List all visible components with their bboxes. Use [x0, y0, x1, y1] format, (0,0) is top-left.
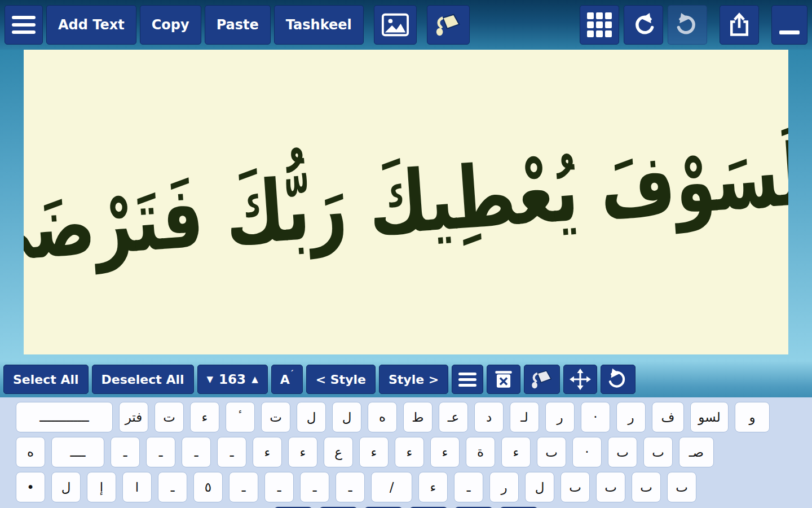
keyboard-key[interactable]: ــــ	[51, 437, 104, 467]
select-all-button[interactable]: Select All	[3, 365, 89, 394]
keyboard-key[interactable]: عـ	[439, 402, 468, 432]
keyboard-key[interactable]: صـ	[679, 437, 714, 467]
keyboard-key[interactable]: فتر	[119, 402, 148, 432]
keyboard-key[interactable]: د	[474, 402, 504, 432]
keyboard-key[interactable]: ل	[332, 402, 361, 432]
keyboard-key[interactable]: ٮ	[608, 437, 637, 467]
text-fill-button[interactable]	[524, 365, 560, 394]
share-button[interactable]	[720, 5, 759, 45]
paste-button[interactable]: Paste	[205, 5, 271, 45]
font-letter: A	[280, 373, 290, 387]
keyboard-key[interactable]: ـ	[182, 437, 211, 467]
keyboard-key[interactable]: ء	[359, 437, 389, 467]
keyboard-key[interactable]: ·	[572, 437, 602, 467]
style-prev-button[interactable]: < Style	[306, 365, 376, 394]
calligraphy-text[interactable]: وَلَسَوْفَ يُعْطِيكَ رَبُّكَ فَتَرْضَىٰ	[24, 108, 788, 297]
tashkeel-button[interactable]: Tashkeel	[274, 5, 364, 45]
keyboard-key[interactable]: ٮ	[632, 472, 661, 502]
keyboard-key[interactable]: لـ	[510, 402, 539, 432]
keyboard-key[interactable]: إ	[87, 472, 116, 502]
background-fill-button[interactable]	[427, 5, 470, 45]
keyboard-key[interactable]: ء	[501, 437, 531, 467]
keyboard-key[interactable]: ٮ	[667, 472, 696, 502]
paint-pour-icon	[434, 12, 462, 37]
keyboard-key[interactable]: ط	[403, 402, 433, 432]
font-size-value: 163	[219, 372, 246, 387]
keyboard-key[interactable]: ٥	[193, 472, 223, 502]
keyboard-key[interactable]: ر	[545, 402, 575, 432]
keyboard-key[interactable]: ء	[418, 472, 448, 502]
keyboard-key[interactable]: ف	[652, 402, 684, 432]
keyboard-key[interactable]: ـ	[111, 437, 140, 467]
keyboard-key[interactable]: ـ	[336, 472, 365, 502]
keyboard-key[interactable]: و	[735, 402, 770, 432]
size-decrease-icon[interactable]: ▼	[207, 374, 214, 384]
keyboard-key[interactable]: ر	[616, 402, 646, 432]
image-icon	[381, 12, 409, 37]
canvas-area: وَلَسَوْفَ يُعْطِيكَ رَبُّكَ فَتَرْضَىٰ	[0, 50, 812, 361]
deselect-all-button[interactable]: Deselect All	[92, 365, 194, 394]
redo-button[interactable]	[668, 5, 707, 45]
keyboard-key[interactable]: ـ	[229, 472, 258, 502]
share-icon	[727, 12, 752, 37]
keyboard-key[interactable]: ـ	[158, 472, 187, 502]
keyboard-key[interactable]: /	[371, 472, 412, 502]
keyboard-key[interactable]: ٮ	[537, 437, 566, 467]
keyboard-key[interactable]: ء	[430, 437, 460, 467]
font-button[interactable]: Aˊ	[271, 365, 303, 394]
keyboard-key[interactable]: ة	[466, 437, 495, 467]
keyboard-key[interactable]: ـ	[217, 437, 246, 467]
paint-pour-icon	[530, 369, 554, 389]
keyboard-key[interactable]: ء	[288, 437, 317, 467]
keyboard-key[interactable]: ٴ	[226, 402, 255, 432]
keyboard-key[interactable]: ت	[261, 402, 290, 432]
keyboard-key[interactable]: •	[16, 472, 45, 502]
keyboard-key[interactable]: ٮ	[643, 437, 673, 467]
keyboard-key[interactable]: ا	[122, 472, 152, 502]
size-increase-icon[interactable]: ▲	[251, 374, 258, 384]
rotate-button[interactable]	[601, 365, 636, 394]
lines-icon	[458, 373, 476, 387]
keyboard-key[interactable]: ـ	[454, 472, 483, 502]
redo-icon	[675, 12, 700, 37]
delete-icon	[493, 369, 514, 390]
keyboard-row: هــــــــءءعءءءةءٮ·ٮٮصـ	[16, 437, 796, 467]
keyboard-key[interactable]: ه	[16, 437, 45, 467]
top-toolbar: Add Text Copy Paste Tashkeel	[0, 0, 812, 50]
keyboard-row: ـــــــــــــفترتءٴتللهطعـدلـر·رفلسوو	[16, 402, 796, 432]
font-accent: ˊ	[290, 369, 294, 378]
keyboard-key[interactable]: ل	[51, 472, 81, 502]
keyboard-key[interactable]: ل	[297, 402, 326, 432]
keyboard-key[interactable]: ـ	[264, 472, 294, 502]
keyboard-key[interactable]: ـــــــــــــ	[16, 402, 113, 432]
calligraphy-canvas[interactable]: وَلَسَوْفَ يُعْطِيكَ رَبُّكَ فَتَرْضَىٰ	[24, 50, 788, 354]
keyboard-key[interactable]: ت	[155, 402, 184, 432]
keyboard-key[interactable]: لسو	[690, 402, 729, 432]
delete-button[interactable]	[487, 365, 520, 394]
keyboard-key[interactable]: ـ	[300, 472, 329, 502]
minimize-button[interactable]	[771, 5, 807, 45]
layers-button[interactable]	[452, 365, 483, 394]
keyboard-key[interactable]: ء	[190, 402, 219, 432]
keyboard-key[interactable]: ل	[525, 472, 554, 502]
keyboard-key[interactable]: ء	[395, 437, 424, 467]
keyboard-key[interactable]: ٮ	[561, 472, 590, 502]
add-text-button[interactable]: Add Text	[46, 5, 136, 45]
keyboard-key[interactable]: ع	[324, 437, 353, 467]
grid-layout-button[interactable]	[580, 5, 619, 45]
menu-button[interactable]	[5, 5, 43, 45]
keyboard-key[interactable]: ·	[581, 402, 610, 432]
move-icon	[570, 369, 591, 390]
style-next-button[interactable]: Style >	[379, 365, 448, 394]
keyboard-key[interactable]: ء	[253, 437, 282, 467]
undo-icon	[631, 12, 656, 37]
undo-button[interactable]	[624, 5, 663, 45]
keyboard-key[interactable]: ـ	[146, 437, 175, 467]
keyboard-key[interactable]: ه	[368, 402, 397, 432]
keyboard-key[interactable]: ٮ	[596, 472, 625, 502]
keyboard-key[interactable]: ر	[489, 472, 519, 502]
copy-button[interactable]: Copy	[140, 5, 201, 45]
insert-image-button[interactable]	[374, 5, 417, 45]
move-button[interactable]	[563, 365, 597, 394]
font-size-stepper[interactable]: ▼ 163 ▲	[197, 365, 268, 394]
